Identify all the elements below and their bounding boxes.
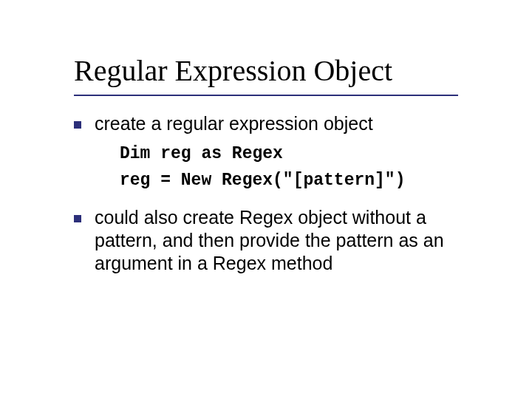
slide: Regular Expression Object create a regul… xyxy=(0,0,532,399)
code-block: Dim reg as Regex reg = New Regex("[patte… xyxy=(120,141,473,194)
bullet-text: could also create Regex object without a… xyxy=(95,206,473,276)
bullet-item: could also create Regex object without a… xyxy=(74,206,473,276)
bullet-marker-icon xyxy=(74,215,81,222)
slide-body: create a regular expression object Dim r… xyxy=(74,112,473,279)
bullet-marker-icon xyxy=(74,121,81,129)
bullet-text: create a regular expression object xyxy=(95,112,373,135)
title-underline xyxy=(74,95,458,96)
slide-title: Regular Expression Object xyxy=(74,53,392,88)
bullet-item: create a regular expression object xyxy=(74,112,473,135)
